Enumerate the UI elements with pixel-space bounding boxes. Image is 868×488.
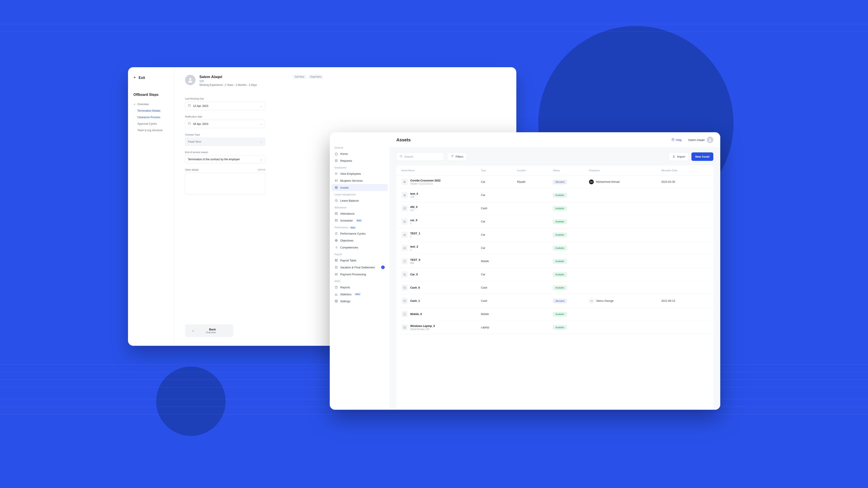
star-icon: [402, 298, 408, 304]
allocation-date: 2023-03-30: [661, 181, 708, 184]
column-header[interactable]: Asset Name: [402, 169, 481, 172]
offboard-step[interactable]: Termination Details: [133, 107, 174, 114]
status-badge: Available: [553, 272, 566, 276]
sidebar-item-view-employees[interactable]: View Employees: [330, 170, 390, 177]
table-row[interactable]: TEST_11CarAvailable: [396, 228, 713, 241]
search-input[interactable]: Search: [396, 153, 444, 161]
end-reason-field[interactable]: Termination of the contract by the emplo…: [185, 155, 265, 163]
sidebar-group-label: Payroll: [330, 251, 390, 257]
sidebar-item-performance-cycles[interactable]: Performance Cycles: [330, 230, 390, 237]
table-row[interactable]: Corolla Crossover 2022Toyota • 111111111…: [396, 175, 713, 189]
asset-name: test_2: [410, 245, 418, 248]
user-menu[interactable]: Salem Alaqel: [688, 137, 713, 143]
sidebar-item-label: Payroll Table: [340, 259, 356, 262]
exit-button[interactable]: Exit: [133, 76, 174, 80]
filters-button[interactable]: Filters: [447, 153, 467, 161]
table-row[interactable]: Car_0CarAvailable: [396, 268, 713, 281]
beta-badge: Beta: [356, 219, 362, 222]
help-button[interactable]: Help: [672, 138, 682, 142]
sidebar-item-label: Reports: [340, 286, 350, 289]
employment-tag: Full Time: [293, 75, 306, 79]
back-sublabel: Overview: [206, 331, 216, 334]
sidebar-item-muqeem-services[interactable]: Muqeem Services: [330, 177, 390, 184]
asset-type: Cash: [481, 299, 517, 302]
asset-subtitle: Toyota • 11111111111: [410, 182, 441, 185]
new-asset-button[interactable]: New Asset: [691, 153, 713, 161]
column-header[interactable]: Allocation Date: [661, 169, 708, 172]
asset-name: TEST_1: [410, 232, 420, 235]
sidebar-item-payment-processing[interactable]: Payment Processing: [330, 271, 390, 278]
column-header[interactable]: Status: [553, 169, 589, 172]
table-row[interactable]: test_21CarAvailable: [396, 241, 713, 255]
table-row[interactable]: test_0123CarAvailable: [396, 189, 713, 202]
search-placeholder: Search: [404, 155, 413, 158]
car-icon: [402, 271, 408, 278]
laptop-icon: [402, 324, 408, 330]
asset-location: Riyadh: [517, 181, 553, 184]
car-icon: [402, 192, 408, 198]
column-header[interactable]: Employee: [589, 169, 661, 172]
status-badge: Available: [553, 286, 566, 290]
step-label: Overview: [137, 103, 149, 106]
sidebar-item-payroll-table[interactable]: Payroll Table: [330, 257, 390, 264]
import-button[interactable]: Import: [669, 153, 689, 161]
offboard-step[interactable]: Team & org structure: [133, 127, 174, 134]
sidebar-item-label: Payment Processing: [340, 273, 366, 276]
offboard-step[interactable]: Approval Cycles: [133, 121, 174, 127]
sidebar-item-objectives[interactable]: Objectives: [330, 237, 390, 244]
car-icon: [402, 219, 408, 225]
svg-rect-9: [335, 220, 338, 222]
notification-date-field[interactable]: 04 Apr, 2023 ⌄: [185, 120, 265, 128]
sidebar-item-leave-balance[interactable]: Leave Balance: [330, 197, 390, 204]
back-button[interactable]: ← Back Overview: [185, 324, 233, 337]
other-details-textarea[interactable]: [185, 173, 265, 194]
sidebar-item-settings[interactable]: Settings: [330, 298, 390, 304]
status-badge: Available: [553, 259, 566, 263]
sidebar-item-scheduler[interactable]: SchedulerBeta: [330, 217, 390, 224]
sidebar-item-label: Assets: [340, 186, 349, 189]
last-working-day-value: 12 Apr, 2023: [193, 104, 208, 107]
sidebar-item-attendance[interactable]: Attendance: [330, 210, 390, 217]
step-label: Clearance Process: [137, 116, 160, 119]
calendar-icon: [188, 104, 191, 108]
other-details-label: Other details: [185, 168, 265, 171]
offboard-step[interactable]: Clearance Process: [133, 114, 174, 121]
sidebar-item-assets[interactable]: Assets: [332, 184, 388, 191]
asset-name: Cash_1: [410, 299, 420, 302]
sidebar-item-label: Statistics: [340, 293, 351, 296]
table-row[interactable]: Windows Laptop_0Serial Number 123LaptopA…: [396, 321, 713, 334]
last-working-day-field[interactable]: 12 Apr, 2023 ⌄: [185, 102, 265, 110]
offboard-step[interactable]: Overview: [133, 101, 174, 107]
column-header[interactable]: Location: [517, 169, 553, 172]
svg-rect-34: [404, 326, 405, 328]
notification-date-label: Notification date: [185, 115, 265, 118]
optional-badge: optional: [258, 168, 265, 171]
sidebar-item-requests[interactable]: Requests: [330, 157, 390, 164]
table-row[interactable]: TEST_0500MobileAvailable: [396, 255, 713, 268]
asset-name: Mobile_0: [410, 313, 422, 316]
table-row[interactable]: Mobile_0MobileAvailable: [396, 307, 713, 321]
sidebar-item-reports[interactable]: Reports: [330, 284, 390, 291]
sidebar-item-statistics[interactable]: StatisticsBeta: [330, 291, 390, 298]
asset-name: test_0: [410, 192, 418, 195]
table-row[interactable]: car_01CarAvailable: [396, 215, 713, 228]
chevron-down-icon: ⌄: [260, 104, 262, 107]
sidebar-item-competencies[interactable]: Competencies: [330, 244, 390, 251]
sidebar-item-vacation-final-settlement[interactable]: Vacation & Final Settlement1: [330, 264, 390, 271]
svg-rect-8: [335, 213, 338, 215]
asset-name: Car_0: [410, 273, 418, 276]
table-row[interactable]: Cash_0CashAvailable: [396, 281, 713, 294]
chevron-down-icon: ⌄: [260, 158, 262, 161]
step-label: Team & org structure: [137, 129, 162, 132]
table-row[interactable]: dfd_0111CashAvailable: [396, 202, 713, 215]
sidebar-item-home[interactable]: Home: [330, 150, 390, 157]
termination-form: Last Working Day 12 Apr, 2023 ⌄ Notifica…: [185, 97, 265, 200]
box-icon: [335, 186, 338, 189]
column-header[interactable]: Type: [481, 169, 517, 172]
scheduler-icon: [335, 219, 338, 222]
chevron-down-icon: ⌄: [260, 122, 262, 126]
table-row[interactable]: Cash_1CashAllocatedVGVeenu George2021-09…: [396, 294, 713, 307]
help-icon: [672, 138, 675, 142]
status-badge: Available: [553, 246, 566, 250]
asset-subtitle: 1: [410, 222, 417, 225]
